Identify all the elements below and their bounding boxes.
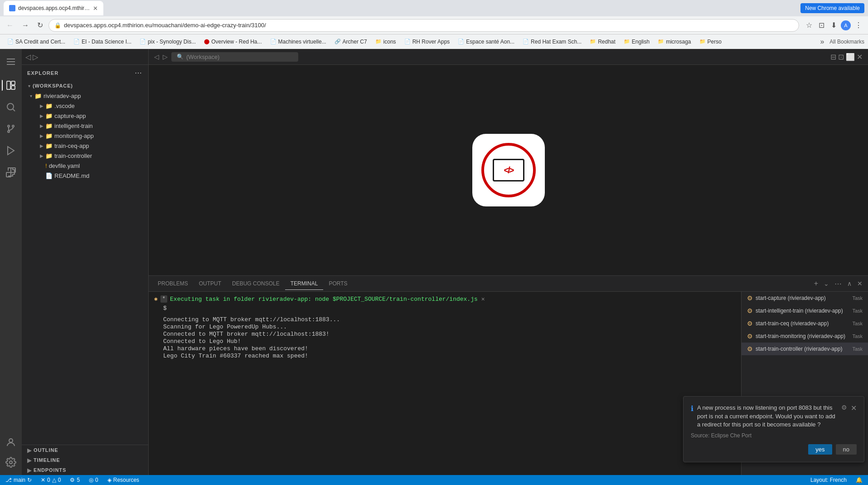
activity-extensions-icon[interactable] — [2, 163, 20, 181]
bookmark-machines[interactable]: 📄 Machines virtuelle... — [267, 38, 330, 46]
new-file-button[interactable]: ⋯ — [134, 68, 143, 78]
bookmark-icon: 📄 — [270, 39, 276, 44]
task-start-train-monitoring[interactable]: ⚙ start-train-monitoring (rivieradev-app… — [742, 330, 868, 343]
exec-line: Executing task in folder rivieradev-app:… — [170, 296, 478, 303]
bookmark-icons[interactable]: 📁 icons — [372, 38, 400, 46]
back-button[interactable]: ← — [4, 20, 16, 31]
notification-close-button[interactable]: ✕ — [851, 404, 857, 412]
bookmark-redhat-exam[interactable]: 📄 Red Hat Exam Sch... — [519, 38, 585, 46]
menu-button[interactable]: ⋮ — [853, 19, 864, 31]
terminal-more-button[interactable]: ⋯ — [833, 279, 844, 289]
bookmark-espace[interactable]: 📄 Espace santé Aon... — [454, 38, 518, 46]
profile-button[interactable]: A — [841, 20, 851, 30]
tab-ports[interactable]: PORTS — [323, 278, 353, 290]
new-terminal-button[interactable]: + — [812, 279, 820, 289]
status-tasks[interactable]: ⚙ 5 — [68, 477, 82, 483]
bookmark-overview[interactable]: ⬤ Overview - Red Ha... — [200, 38, 265, 46]
activity-explorer-icon[interactable] — [2, 76, 20, 94]
readme-md-item[interactable]: 📄 README.md — [22, 171, 148, 181]
task-start-intelligent-train[interactable]: ⚙ start-intelligent-train (rivieradev-ap… — [742, 304, 868, 317]
status-ports[interactable]: ◎ 0 — [87, 477, 100, 483]
endpoints-label: ENDPOINTS — [34, 467, 66, 473]
task-label-4: start-train-controller (rivieradev-app) — [756, 346, 849, 352]
terminal-output-0: Connecting to MQTT broker mqtt://localho… — [154, 316, 736, 323]
active-tab[interactable]: devspaces.apps.ocp4.mthirion.eu/mouachan… — [4, 1, 103, 15]
bookmark-sa-credit[interactable]: 📄 SA Credit and Cert... — [4, 38, 69, 46]
devfile-yaml-item[interactable]: ! devfile.yaml — [22, 161, 148, 171]
activity-account-icon[interactable] — [2, 433, 20, 451]
bookmarks-more-button[interactable]: » — [817, 37, 827, 47]
sidebar-collapse-button[interactable]: ◁ — [25, 53, 31, 61]
bookmark-pix[interactable]: 📄 pix - Synology Dis... — [136, 38, 199, 46]
notification-actions: yes no — [691, 444, 857, 455]
train-ceq-folder-item[interactable]: ▶ 📁 train-ceq-app — [22, 141, 148, 151]
bookmark-label: Machines virtuelle... — [278, 39, 326, 45]
notification-no-button[interactable]: no — [836, 444, 857, 455]
tab-problems[interactable]: PROBLEMS — [152, 278, 194, 290]
terminal-maximize-button[interactable]: ∧ — [845, 279, 853, 288]
task-start-train-controller[interactable]: ⚙ start-train-controller (rivieradev-app… — [742, 343, 868, 355]
address-bar[interactable]: 🔒 devspaces.apps.ocp4.mthirion.eu/mouach… — [48, 19, 799, 32]
forward-button[interactable]: → — [19, 20, 32, 31]
activity-menu-icon[interactable] — [2, 53, 20, 71]
terminal-line-close[interactable]: ✕ — [481, 295, 485, 303]
notification-yes-button[interactable]: yes — [808, 444, 832, 455]
bookmark-english[interactable]: 📁 English — [620, 38, 653, 46]
maximize-button[interactable]: ⬜ — [846, 53, 855, 61]
status-branch[interactable]: ⎇ main ↻ — [4, 477, 34, 483]
vscode-label: .vscode — [54, 103, 75, 109]
bookmark-microsaga[interactable]: 📁 microsaga — [654, 38, 694, 46]
tab-close-button[interactable]: ✕ — [93, 5, 98, 12]
status-notifications[interactable]: 🔔 — [854, 477, 864, 483]
bookmark-ei-data[interactable]: 📄 EI - Data Science I... — [70, 38, 135, 46]
new-chrome-badge[interactable]: New Chrome available — [800, 3, 864, 13]
tab-debug-console[interactable]: DEBUG CONSOLE — [227, 278, 285, 290]
terminal-close-button[interactable]: ✕ — [855, 279, 864, 288]
monitoring-app-folder-item[interactable]: ▶ 📁 monitoring-app — [22, 131, 148, 141]
bookmark-archer[interactable]: 🔗 Archer C7 — [331, 38, 371, 46]
train-controller-folder-item[interactable]: ▶ 📁 train-controller — [22, 151, 148, 161]
sidebar-forward-button[interactable]: ▷ — [33, 53, 38, 61]
endpoints-section[interactable]: ▶ ENDPOINTS — [22, 465, 148, 475]
env-label: Resources — [113, 477, 139, 483]
timeline-label: TIMELINE — [34, 457, 60, 463]
outline-section[interactable]: ▶ OUTLINE — [22, 445, 148, 455]
layout-button[interactable]: ⊡ — [838, 53, 844, 61]
root-folder-item[interactable]: ▾ 📁 rivieradev-app — [22, 91, 148, 101]
task-label-2: start-train-ceq (rivieradev-app) — [756, 320, 849, 327]
activity-search-icon[interactable] — [2, 98, 20, 116]
intelligent-train-folder-item[interactable]: ▶ 📁 intelligent-train — [22, 121, 148, 131]
editor-forward-button[interactable]: ▷ — [163, 53, 168, 60]
bookmark-rh-rover[interactable]: 📄 RH Rover Apps — [401, 38, 454, 46]
task-start-capture[interactable]: ⚙ start-capture (rivieradev-app) Task — [742, 292, 868, 304]
capture-app-folder-item[interactable]: ▶ 📁 capture-app — [22, 111, 148, 121]
close-panel-button[interactable]: ✕ — [857, 53, 863, 61]
task-start-train-ceq[interactable]: ⚙ start-train-ceq (rivieradev-app) Task — [742, 317, 868, 330]
activity-settings-icon[interactable] — [2, 453, 20, 471]
status-layout[interactable]: Layout: French — [809, 477, 849, 483]
bookmark-star-button[interactable]: ☆ — [804, 19, 815, 31]
status-errors[interactable]: ✕ 0 △ 0 — [39, 477, 63, 483]
bookmark-perso[interactable]: 📁 Perso — [696, 38, 725, 46]
notification-text: A new process is now listening on port 8… — [697, 404, 838, 429]
reload-button[interactable]: ↻ — [34, 19, 46, 31]
activity-run-debug-icon[interactable] — [2, 142, 20, 160]
tab-terminal[interactable]: TERMINAL — [285, 278, 324, 290]
workspace-header[interactable]: ▾ (WORKSPACE) — [22, 81, 148, 91]
timeline-section[interactable]: ▶ TIMELINE — [22, 455, 148, 465]
split-editor-button[interactable]: ⊟ — [830, 53, 836, 61]
terminal-output[interactable]: ✱ * Executing task in folder rivieradev-… — [149, 292, 741, 475]
all-bookmarks-button[interactable]: All Bookmarks — [829, 39, 864, 45]
split-terminal-button[interactable]: ⌄ — [822, 279, 831, 288]
terminal-output-3: Connected to Lego Hub! — [154, 338, 736, 345]
editor-back-button[interactable]: ◁ — [154, 53, 159, 60]
workspace-search-bar[interactable]: 🔍 (Workspace) — [171, 52, 298, 62]
download-button[interactable]: ⬇ — [829, 19, 839, 31]
status-env[interactable]: ◈ Resources — [106, 477, 141, 483]
tab-output[interactable]: OUTPUT — [194, 278, 227, 290]
activity-source-control-icon[interactable] — [2, 120, 20, 138]
bookmark-redhat[interactable]: 📁 Redhat — [586, 38, 619, 46]
notification-settings-button[interactable]: ⚙ — [841, 404, 847, 411]
vscode-folder-item[interactable]: ▶ 📁 .vscode — [22, 101, 148, 111]
extensions-button[interactable]: ⊡ — [816, 19, 827, 31]
